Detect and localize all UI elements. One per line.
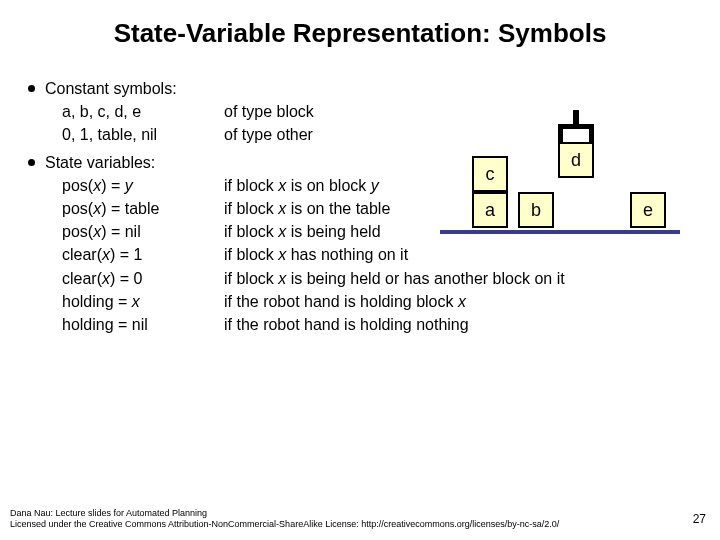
sv-row-6: holding = x if the robot hand is holding… (28, 290, 720, 313)
const-right-1: of type block (224, 100, 720, 123)
sv-row-7: holding = nil if the robot hand is holdi… (28, 313, 720, 336)
const-left-1: a, b, c, d, e (62, 100, 224, 123)
bullet-text: State variables: (45, 151, 155, 174)
footer-line-1: Dana Nau: Lecture slides for Automated P… (10, 508, 670, 519)
bullet-constant-symbols: Constant symbols: (28, 77, 720, 100)
sv-right: if block x is being held or has another … (224, 267, 720, 290)
sv-right: if block x has nothing on it (224, 243, 720, 266)
blocks-world-diagram: d c a b e (452, 124, 692, 244)
block-a: a (472, 192, 508, 228)
block-b: b (518, 192, 554, 228)
slide-title: State-Variable Representation: Symbols (0, 0, 720, 77)
const-left-2: 0, 1, table, nil (62, 123, 224, 146)
sv-row-5: clear(x) = 0 if block x is being held or… (28, 267, 720, 290)
sv-left: pos(x) = nil (62, 220, 224, 243)
sv-right: if the robot hand is holding block x (224, 290, 720, 313)
sv-left: pos(x) = y (62, 174, 224, 197)
footer: Dana Nau: Lecture slides for Automated P… (10, 508, 670, 531)
sv-left: holding = x (62, 290, 224, 313)
bullet-dot-icon (28, 85, 35, 92)
sv-right: if the robot hand is holding nothing (224, 313, 720, 336)
bullet-dot-icon (28, 159, 35, 166)
sv-row-4: clear(x) = 1 if block x has nothing on i… (28, 243, 720, 266)
table-edge (440, 230, 680, 234)
page-number: 27 (693, 512, 706, 526)
sv-left: pos(x) = table (62, 197, 224, 220)
block-e: e (630, 192, 666, 228)
sv-left: holding = nil (62, 313, 224, 336)
block-c: c (472, 156, 508, 192)
sv-left: clear(x) = 0 (62, 267, 224, 290)
footer-line-2: Licensed under the Creative Commons Attr… (10, 519, 670, 530)
bullet-text: Constant symbols: (45, 77, 177, 100)
block-d: d (558, 142, 594, 178)
const-row-1: a, b, c, d, e of type block (28, 100, 720, 123)
sv-left: clear(x) = 1 (62, 243, 224, 266)
